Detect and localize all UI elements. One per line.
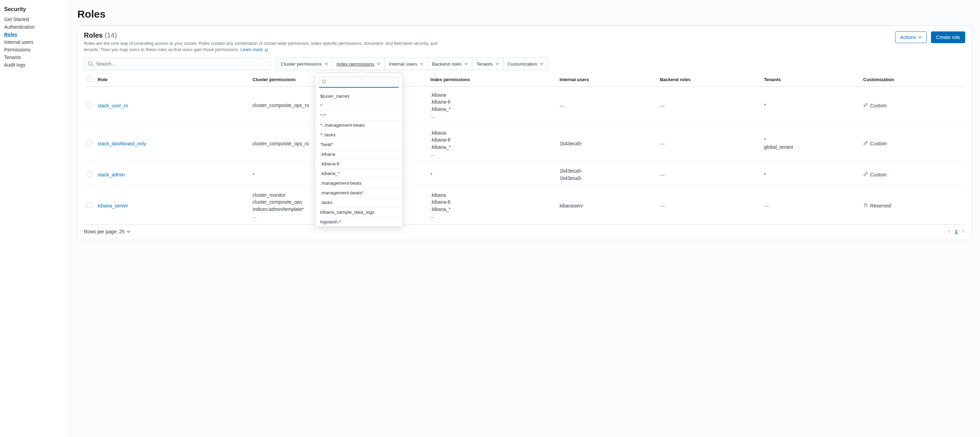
- sidebar-item-tenants[interactable]: Tenants: [4, 54, 65, 61]
- col-customization[interactable]: Customization: [861, 73, 965, 87]
- filter-backend-roles[interactable]: Backend roles: [428, 58, 473, 70]
- dropdown-option[interactable]: ${user_name}: [315, 91, 402, 101]
- filter-index-permissions[interactable]: Index permissions: [332, 58, 385, 70]
- dropdown-option[interactable]: .kibana-6: [315, 159, 402, 168]
- chevron-down-icon: [377, 62, 380, 65]
- dropdown-option[interactable]: .kibana: [315, 149, 402, 159]
- filter-group: Cluster permissionsIndex permissionsInte…: [276, 58, 548, 70]
- dropdown-option[interactable]: .tasks: [315, 197, 402, 207]
- search-icon: [88, 61, 93, 67]
- svg-rect-1: [864, 205, 867, 207]
- table-row: stack_user_rocluster_composite_ops_ro.ki…: [84, 87, 965, 125]
- main-content: Roles Roles (14) Roles are the core way …: [69, 0, 980, 437]
- pencil-icon: [863, 103, 868, 108]
- row-checkbox[interactable]: [87, 202, 92, 208]
- sidebar-item-get-started[interactable]: Get Started: [4, 16, 65, 23]
- row-checkbox[interactable]: [87, 102, 92, 108]
- search-box[interactable]: [84, 58, 271, 70]
- dropdown-option[interactable]: kibana_sample_data_logs: [315, 207, 402, 217]
- chevron-down-icon: [918, 35, 922, 39]
- dropdown-search-input[interactable]: [330, 79, 396, 84]
- dropdown-option[interactable]: .kibana_*: [315, 168, 402, 178]
- chevron-down-icon: [540, 62, 544, 65]
- sidebar-item-permissions[interactable]: Permissions: [4, 46, 65, 53]
- dropdown-option[interactable]: *-*: [315, 110, 402, 120]
- pencil-icon: [863, 172, 868, 177]
- chevron-down-icon: [127, 230, 130, 234]
- col-index[interactable]: Index permissions: [428, 73, 557, 87]
- filter-internal-users[interactable]: Internal users: [385, 58, 428, 70]
- chevron-down-icon: [420, 62, 423, 65]
- dropdown-option[interactable]: *:.management-beats: [315, 120, 402, 130]
- learn-more-link[interactable]: Learn more: [241, 47, 268, 52]
- panel-title: Roles (14): [84, 32, 450, 39]
- chevron-down-icon: [465, 62, 468, 65]
- index-permissions-dropdown: ${user_name}**-**:.management-beats*:.ta…: [315, 73, 402, 227]
- filter-cluster-permissions[interactable]: Cluster permissions: [277, 58, 332, 70]
- customization-cell: Custom: [863, 172, 963, 177]
- chevron-down-icon: [325, 62, 328, 65]
- customization-cell: Custom: [863, 140, 963, 146]
- select-all-checkbox[interactable]: [87, 76, 92, 82]
- role-link[interactable]: stack_admin: [98, 172, 125, 177]
- page-title: Roles: [77, 8, 972, 20]
- sidebar-item-audit-logs[interactable]: Audit logs: [4, 62, 65, 68]
- page-number[interactable]: 1: [955, 229, 958, 234]
- prev-page-button[interactable]: [947, 229, 951, 234]
- sidebar-item-internal-users[interactable]: Internal users: [4, 39, 65, 46]
- table-row: kibana_servercluster_monitorcluster_comp…: [84, 186, 965, 224]
- col-backend[interactable]: Backend roles: [657, 73, 761, 87]
- customization-cell: Reserved: [863, 203, 963, 208]
- sidebar-item-authentication[interactable]: Authentication: [4, 24, 65, 30]
- dropdown-option[interactable]: .management-beats*: [315, 188, 402, 197]
- table-row: stack_admin**1b43eca5-1b43eca5-—*Custom: [84, 162, 965, 187]
- pencil-icon: [863, 140, 868, 146]
- dropdown-option[interactable]: logstash-*: [315, 217, 402, 226]
- role-link[interactable]: stack_dashboard_only: [98, 141, 146, 146]
- panel-description: Roles are the core way of controlling ac…: [84, 41, 450, 53]
- dropdown-option[interactable]: .management-beats: [315, 178, 402, 188]
- row-checkbox[interactable]: [87, 171, 92, 177]
- sidebar-title: Security: [4, 6, 65, 13]
- filter-tenants[interactable]: Tenants: [473, 58, 503, 70]
- dropdown-option[interactable]: *:.tasks: [315, 130, 402, 140]
- col-internal[interactable]: Internal users: [557, 73, 657, 87]
- create-role-button[interactable]: Create role: [931, 32, 965, 43]
- rows-per-page[interactable]: Rows per page: 25: [84, 229, 130, 234]
- svg-point-0: [88, 62, 92, 65]
- roles-table: Role Cluster permissions Index permissio…: [84, 73, 965, 224]
- chevron-down-icon: [496, 62, 499, 65]
- dropdown-option[interactable]: *: [315, 101, 402, 110]
- sidebar: Security Get StartedAuthenticationRolesI…: [0, 0, 69, 437]
- customization-cell: Custom: [863, 103, 963, 108]
- col-tenants[interactable]: Tenants: [761, 73, 860, 87]
- search-icon: [322, 79, 327, 85]
- pagination: 1: [947, 229, 965, 234]
- role-link[interactable]: kibana_server: [98, 203, 128, 208]
- svg-point-2: [323, 80, 326, 83]
- external-link-icon: [264, 48, 268, 52]
- dropdown-option[interactable]: *beat*: [315, 140, 402, 149]
- lock-icon: [863, 203, 868, 208]
- role-link[interactable]: stack_user_ro: [98, 103, 128, 108]
- search-input[interactable]: [96, 61, 267, 67]
- filter-customization[interactable]: Customization: [503, 58, 548, 70]
- actions-button[interactable]: Actions: [895, 32, 927, 43]
- dropdown-search[interactable]: [319, 76, 399, 88]
- col-role[interactable]: Role: [95, 73, 250, 87]
- roles-panel: Roles (14) Roles are the core way of con…: [77, 25, 972, 240]
- table-row: stack_dashboard_onlycluster_composite_op…: [84, 125, 965, 162]
- row-checkbox[interactable]: [87, 140, 92, 146]
- next-page-button[interactable]: [961, 229, 965, 234]
- sidebar-item-roles[interactable]: Roles: [4, 31, 65, 38]
